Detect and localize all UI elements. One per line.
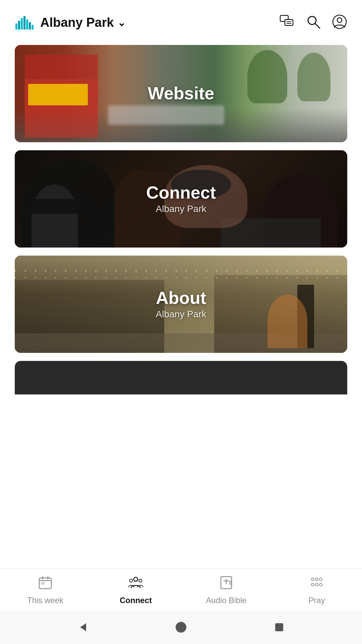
back-button[interactable] (75, 620, 90, 635)
app-header: Albany Park ⌄ (0, 0, 362, 38)
svg-point-21 (130, 579, 133, 582)
pray-label: Pray (308, 596, 325, 605)
audio-bible-label: Audio Bible (206, 596, 246, 605)
connect-nav-label: Connect (120, 596, 152, 605)
connect-card[interactable]: Connect Albany Park (15, 150, 347, 248)
svg-point-22 (139, 579, 142, 582)
nav-connect[interactable]: Connect (109, 575, 163, 605)
nav-pray[interactable]: Pray (290, 575, 344, 605)
search-button[interactable] (306, 14, 321, 31)
audio-bible-icon (219, 575, 234, 592)
website-card[interactable]: Website (15, 45, 347, 142)
svg-point-31 (319, 583, 322, 586)
svg-rect-5 (29, 22, 31, 30)
nav-this-week[interactable]: This week (18, 575, 72, 605)
profile-button[interactable] (332, 14, 347, 31)
svg-rect-2 (21, 18, 23, 30)
header-left: Albany Park ⌄ (15, 13, 126, 32)
svg-line-12 (315, 23, 320, 28)
svg-point-14 (337, 18, 342, 22)
svg-point-30 (315, 583, 318, 586)
svg-rect-1 (18, 21, 20, 30)
svg-marker-32 (80, 623, 86, 631)
svg-point-28 (319, 578, 322, 581)
about-card-text: About Albany Park (156, 288, 206, 320)
location-selector[interactable]: Albany Park ⌄ (40, 15, 126, 30)
svg-rect-3 (23, 16, 25, 30)
svg-point-29 (311, 583, 314, 586)
connect-card-text: Connect Albany Park (146, 183, 216, 214)
svg-point-27 (315, 578, 318, 581)
connect-card-subtitle: Albany Park (146, 204, 216, 215)
connect-icon (128, 575, 143, 592)
svg-rect-8 (285, 19, 293, 25)
connect-card-title: Connect (146, 183, 216, 202)
this-week-label: This week (27, 596, 63, 605)
svg-rect-4 (26, 19, 28, 30)
location-name: Albany Park (40, 15, 114, 30)
about-card-subtitle: Albany Park (156, 309, 206, 320)
app-logo (15, 13, 35, 32)
svg-rect-34 (275, 623, 283, 631)
about-card[interactable]: About Albany Park (15, 256, 347, 353)
dropdown-chevron: ⌄ (117, 17, 126, 29)
bottom-navigation: This week Connect (0, 568, 362, 610)
svg-rect-0 (15, 23, 17, 30)
content-area: Website Connect Albany Pa (0, 38, 362, 394)
dark-partial-card[interactable] (15, 361, 347, 394)
svg-rect-15 (39, 578, 51, 589)
website-card-title: Website (148, 84, 214, 103)
svg-point-20 (134, 577, 138, 581)
svg-point-26 (311, 578, 314, 581)
recents-button[interactable] (272, 620, 287, 635)
svg-rect-19 (41, 582, 45, 585)
system-navigation (0, 610, 362, 644)
website-card-text: Website (148, 84, 214, 103)
nav-audio-bible[interactable]: Audio Bible (199, 575, 253, 605)
header-actions (280, 14, 347, 31)
svg-rect-6 (32, 25, 34, 30)
svg-point-33 (176, 622, 186, 633)
pray-icon (309, 575, 324, 592)
chat-button[interactable] (280, 14, 295, 31)
this-week-icon (38, 575, 53, 592)
about-card-title: About (156, 288, 206, 308)
home-button[interactable] (174, 620, 188, 635)
